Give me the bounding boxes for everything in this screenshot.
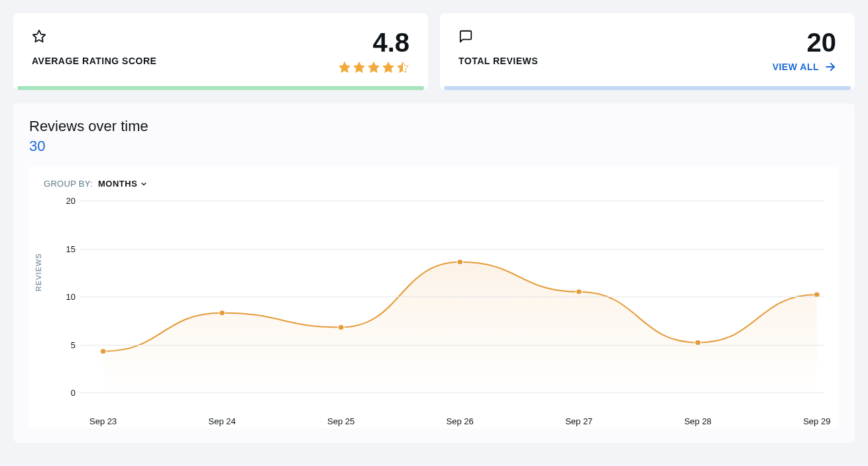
view-all-link[interactable]: VIEW ALL	[773, 61, 836, 73]
grid-line	[81, 249, 824, 250]
group-by-dropdown[interactable]: MONTHS	[98, 179, 148, 189]
star-icon	[353, 61, 366, 74]
x-tick: Sep 27	[565, 416, 592, 426]
x-tick: Sep 24	[209, 416, 236, 426]
card-underline	[444, 86, 851, 90]
x-tick: Sep 26	[447, 416, 474, 426]
chat-icon	[459, 29, 473, 44]
y-tick: 0	[71, 388, 76, 398]
x-tick: Sep 25	[327, 416, 354, 426]
arrow-right-icon	[824, 61, 836, 73]
x-tick: Sep 23	[89, 416, 117, 426]
y-tick: 5	[71, 340, 76, 350]
data-point[interactable]	[100, 349, 106, 354]
star-icon	[367, 61, 380, 74]
total-reviews-value: 20	[807, 29, 837, 56]
data-point[interactable]	[457, 259, 463, 265]
card-underline	[17, 86, 424, 90]
y-tick: 20	[66, 196, 76, 206]
section-title: Reviews over time	[29, 118, 839, 135]
group-by-label: GROUP BY:	[44, 179, 93, 189]
card-total-reviews: TOTAL REVIEWS 20 VIEW ALL	[440, 13, 855, 90]
group-by-value-text: MONTHS	[98, 179, 137, 189]
view-all-label: VIEW ALL	[773, 62, 819, 72]
grid-line	[81, 393, 824, 393]
svg-marker-0	[33, 30, 45, 42]
y-tick: 15	[66, 244, 76, 254]
card-label-rating: AVERAGE RATING SCORE	[32, 56, 156, 66]
x-tick: Sep 29	[803, 416, 830, 426]
chevron-down-icon	[140, 180, 148, 188]
y-tick: 10	[66, 292, 76, 302]
data-point[interactable]	[576, 289, 582, 295]
data-point[interactable]	[219, 310, 225, 316]
star-icon	[338, 61, 351, 74]
star-icon	[382, 61, 395, 74]
chart-container: GROUP BY: MONTHS REVIEWS 05101520 Sep 23…	[29, 167, 839, 428]
reviews-over-time-section: Reviews over time 30 GROUP BY: MONTHS RE…	[13, 103, 855, 443]
card-average-rating: AVERAGE RATING SCORE 4.8	[13, 13, 428, 90]
section-count: 30	[29, 138, 839, 155]
grid-line	[81, 345, 824, 346]
rating-stars	[338, 61, 409, 74]
card-label-total: TOTAL REVIEWS	[459, 56, 538, 66]
star-icon	[396, 61, 409, 74]
grid-line	[81, 297, 824, 297]
chart-area: REVIEWS 05101520 Sep 23Sep 24Sep 25Sep 2…	[44, 201, 824, 412]
y-axis-label: REVIEWS	[34, 253, 42, 291]
grid-line	[81, 201, 824, 201]
rating-value: 4.8	[372, 29, 409, 56]
star-outline-icon	[32, 29, 46, 44]
x-tick: Sep 28	[684, 416, 712, 426]
data-point[interactable]	[338, 324, 344, 330]
